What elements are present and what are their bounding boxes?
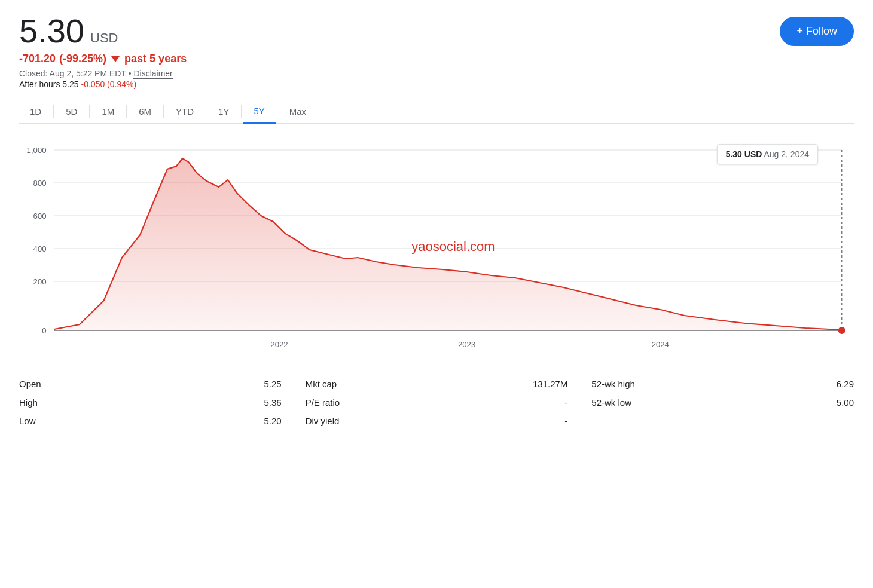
stats-value: 5.00: [837, 397, 854, 408]
stats-value: 5.20: [264, 416, 281, 426]
change-period: past 5 years: [124, 53, 187, 65]
stats-row: Low 5.20 Div yield -: [19, 416, 854, 426]
stats-value: 131.27M: [533, 379, 567, 389]
tab-divider: [163, 105, 164, 118]
stats-value: 5.36: [264, 397, 281, 408]
stats-label: P/E ratio: [306, 397, 340, 408]
stats-cell: Div yield -: [306, 416, 592, 426]
follow-button[interactable]: + Follow: [780, 17, 854, 46]
page-header: 5.30 USD + Follow: [19, 14, 854, 48]
stats-label: Mkt cap: [306, 379, 337, 389]
tab-5d[interactable]: 5D: [55, 100, 88, 124]
svg-text:800: 800: [33, 179, 47, 188]
tab-1y[interactable]: 1Y: [207, 100, 240, 124]
stats-row: Open 5.25 Mkt cap 131.27M 52-wk high 6.2…: [19, 379, 854, 389]
tab-1d[interactable]: 1D: [19, 100, 52, 124]
svg-text:2024: 2024: [652, 340, 669, 349]
tab-ytd[interactable]: YTD: [165, 100, 204, 124]
tab-divider: [277, 105, 277, 118]
change-amount: -701.20: [19, 53, 56, 65]
stats-cell: Open 5.25: [19, 379, 306, 389]
svg-text:400: 400: [33, 244, 47, 253]
tab-max[interactable]: Max: [279, 100, 317, 124]
tab-divider: [241, 105, 242, 118]
stats-cell: 52-wk high 6.29: [591, 379, 854, 389]
stats-cell: [591, 416, 854, 426]
stats-value: 6.29: [837, 379, 854, 389]
tab-divider: [89, 105, 90, 118]
time-tabs: 1D 5D 1M 6M YTD 1Y 5Y Max: [19, 100, 854, 124]
stats-cell: P/E ratio -: [306, 397, 592, 408]
stats-cell: Low 5.20: [19, 416, 306, 426]
stats-label: 52-wk high: [591, 379, 635, 389]
after-hours-row: After hours 5.25 -0.050 (0.94%): [19, 79, 854, 89]
stats-value: 5.25: [264, 379, 281, 389]
stats-row: High 5.36 P/E ratio - 52-wk low 5.00: [19, 397, 854, 408]
price-main: 5.30 USD: [19, 14, 118, 48]
svg-text:600: 600: [33, 212, 47, 220]
svg-text:2023: 2023: [458, 340, 475, 349]
stats-label: High: [19, 397, 38, 408]
stats-value: -: [564, 397, 567, 408]
stats-value: -: [564, 416, 567, 426]
stats-label: Open: [19, 379, 41, 389]
stats-label: 52-wk low: [591, 397, 631, 408]
chart-container: 1,000 800 600 400 200 0 2022 2023 2024 y…: [19, 133, 854, 360]
stats-table: Open 5.25 Mkt cap 131.27M 52-wk high 6.2…: [19, 368, 854, 426]
stats-cell: Mkt cap 131.27M: [306, 379, 592, 389]
chart-tooltip: 5.30 USD Aug 2, 2024: [717, 144, 818, 164]
change-row: -701.20 (-99.25%) past 5 years: [19, 53, 854, 65]
disclaimer-link[interactable]: Disclaimer: [133, 69, 172, 79]
tab-divider: [53, 105, 54, 118]
change-percent: (-99.25%): [59, 53, 106, 65]
stats-label: Div yield: [306, 416, 340, 426]
closed-row: Closed: Aug 2, 5:22 PM EDT • Disclaimer: [19, 69, 854, 78]
stats-cell: 52-wk low 5.00: [591, 397, 854, 408]
tab-5y[interactable]: 5Y: [243, 100, 275, 124]
price-currency: USD: [90, 30, 118, 46]
svg-text:200: 200: [33, 277, 47, 286]
tab-6m[interactable]: 6M: [128, 100, 162, 124]
stats-label: Low: [19, 416, 36, 426]
svg-text:0: 0: [42, 326, 46, 335]
svg-text:1,000: 1,000: [27, 146, 47, 155]
tab-divider: [126, 105, 127, 118]
chart-svg: 1,000 800 600 400 200 0 2022 2023 2024: [19, 133, 854, 360]
tooltip-date-val: Aug 2, 2024: [764, 149, 809, 159]
tab-divider: [206, 105, 206, 118]
closed-text: Closed: Aug 2, 5:22 PM EDT: [19, 69, 126, 78]
stats-cell: High 5.36: [19, 397, 306, 408]
tab-1m[interactable]: 1M: [91, 100, 125, 124]
price-block: 5.30 USD: [19, 14, 118, 48]
price-value: 5.30: [19, 14, 84, 48]
svg-text:2022: 2022: [270, 340, 288, 349]
tooltip-price: 5.30 USD: [726, 149, 762, 159]
arrow-down-icon: [111, 56, 120, 62]
